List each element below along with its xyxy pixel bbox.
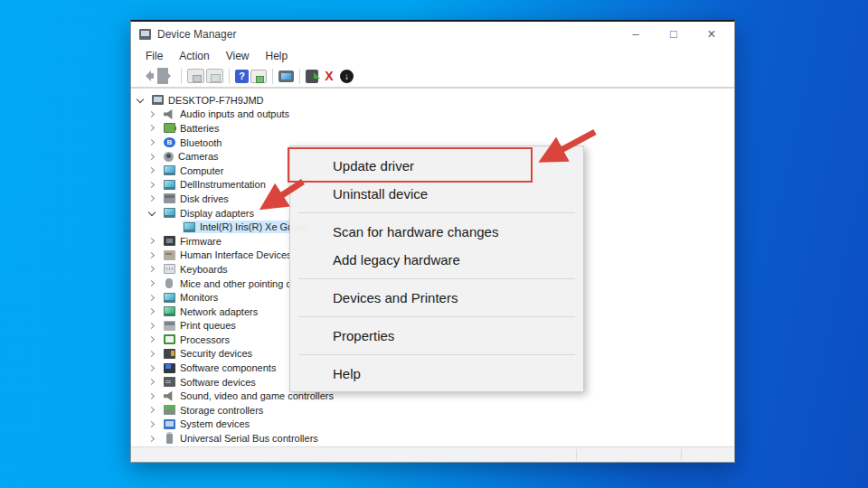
uninstall-icon[interactable] [320, 68, 338, 85]
tree-item-label: Bluetooth [180, 137, 222, 148]
close-button[interactable]: × [693, 22, 731, 46]
context-menu-item-add-legacy-hardware[interactable]: Add legacy hardware [290, 246, 583, 274]
chevron-right-icon[interactable] [147, 153, 156, 161]
tree-item-body: Storage controllers [163, 404, 266, 417]
tree-item-body: DellInstrumentation [163, 178, 269, 191]
chevron-right-icon[interactable] [147, 279, 156, 287]
tree-item-label: Software devices [180, 377, 256, 388]
tree-item-body: Disk drives [163, 192, 231, 205]
status-separator [681, 449, 682, 460]
chevron-right-icon[interactable] [147, 392, 156, 400]
chevron-right-icon[interactable] [147, 420, 156, 428]
chevron-right-icon[interactable] [147, 166, 156, 174]
chevron-down-icon[interactable] [136, 96, 144, 104]
tree-item-body: Audio inputs and outputs [163, 108, 292, 120]
context-menu-item-devices-and-printers[interactable]: Devices and Printers [290, 284, 583, 312]
back-icon[interactable] [137, 68, 156, 85]
network-icon [164, 306, 175, 316]
tree-item-body: Computer [163, 164, 226, 177]
chevron-right-icon[interactable] [147, 322, 156, 330]
tree-item-batteries[interactable]: Batteries [131, 121, 734, 136]
title-bar: Device Manager – □ × [131, 22, 734, 46]
chevron-right-icon[interactable] [147, 406, 156, 414]
tree-item-label: DESKTOP-F7H9JMD [168, 95, 264, 106]
tree-item-label: Display adapters [180, 208, 254, 219]
monitor-icon [164, 180, 175, 190]
bluetooth-icon [164, 137, 175, 147]
tree-item-desktop-f7h9jmd[interactable]: DESKTOP-F7H9JMD [131, 93, 734, 108]
window-controls: – □ × [617, 22, 734, 46]
help-icon[interactable] [235, 70, 249, 83]
chevron-right-icon[interactable] [147, 335, 156, 343]
chevron-right-icon[interactable] [147, 294, 156, 302]
context-menu-separator [298, 316, 575, 317]
tree-item-label: Sound, video and game controllers [180, 390, 334, 401]
softdev-icon [164, 377, 175, 387]
console-tree-icon[interactable] [187, 69, 204, 83]
chevron-right-icon[interactable] [147, 307, 156, 315]
security-icon [164, 349, 175, 359]
chevron-right-icon[interactable] [147, 138, 156, 146]
monitor-icon [184, 222, 195, 232]
menu-bar: FileActionViewHelp [131, 46, 734, 65]
context-menu-separator [298, 278, 575, 279]
firmware-icon [164, 236, 175, 246]
menu-action[interactable]: Action [171, 48, 217, 64]
hid-icon [164, 250, 175, 260]
system-icon [164, 419, 175, 429]
forward-icon[interactable] [157, 68, 175, 85]
mouse-icon [165, 278, 173, 288]
printer-icon [164, 321, 175, 331]
tree-item-body: Human Interface Devices [163, 249, 295, 261]
softcomp-icon [164, 363, 175, 373]
tree-item-body: Mice and other pointing d [163, 277, 295, 290]
action-pane-icon[interactable] [250, 70, 267, 83]
chevron-down-icon[interactable] [147, 209, 156, 217]
tree-item-universal-serial-bus-controllers[interactable]: Universal Serial Bus controllers [131, 431, 734, 446]
properties-pane-icon[interactable] [206, 69, 223, 83]
context-menu-separator [298, 354, 575, 355]
chevron-right-icon[interactable] [147, 194, 156, 202]
disable-icon[interactable] [340, 70, 354, 83]
chevron-right-icon[interactable] [147, 378, 156, 386]
chevron-right-icon[interactable] [147, 364, 156, 372]
tree-item-body: Software devices [163, 376, 259, 389]
tree-item-label: Network adapters [180, 306, 258, 317]
tree-item-label: DellInstrumentation [180, 179, 266, 190]
scan-icon[interactable] [278, 70, 294, 82]
keyboard-icon [164, 264, 175, 274]
update-driver-icon[interactable] [306, 70, 318, 83]
tree-item-body: Universal Serial Bus controllers [163, 432, 321, 445]
context-menu-item-properties[interactable]: Properties [290, 322, 583, 350]
menu-help[interactable]: Help [258, 48, 297, 64]
chevron-right-icon[interactable] [147, 110, 156, 118]
speaker-icon [164, 109, 175, 119]
tree-item-label: Audio inputs and outputs [180, 108, 289, 119]
tree-item-storage-controllers[interactable]: Storage controllers [131, 403, 734, 418]
tree-item-body: Display adapters [163, 207, 257, 220]
maximize-button[interactable]: □ [655, 22, 693, 46]
chevron-right-icon[interactable] [147, 181, 156, 189]
tree-item-body: Software components [163, 361, 278, 374]
chevron-right-icon[interactable] [147, 435, 156, 443]
context-menu-item-help[interactable]: Help [290, 360, 583, 388]
chevron-right-icon[interactable] [147, 237, 156, 245]
tree-item-label: Software components [180, 362, 276, 373]
window-title: Device Manager [157, 28, 236, 41]
menu-file[interactable]: File [137, 48, 171, 64]
chevron-right-icon[interactable] [147, 251, 156, 259]
minimize-button[interactable]: – [617, 22, 655, 46]
chevron-right-icon[interactable] [147, 124, 156, 132]
context-menu-item-uninstall-device[interactable]: Uninstall device [290, 180, 583, 208]
battery-icon [164, 123, 175, 133]
chevron-right-icon[interactable] [147, 265, 156, 273]
chevron-right-icon[interactable] [147, 350, 156, 358]
tree-item-audio-inputs-and-outputs[interactable]: Audio inputs and outputs [131, 108, 734, 122]
tree-item-label: Keyboards [180, 264, 228, 275]
menu-view[interactable]: View [218, 48, 258, 64]
tree-item-system-devices[interactable]: System devices [131, 418, 734, 432]
tree-item-label: Batteries [180, 123, 219, 134]
tree-item-body: Cameras [163, 150, 222, 163]
tree-item-label: Firmware [180, 236, 222, 247]
context-menu-item-scan-for-hardware-changes[interactable]: Scan for hardware changes [290, 218, 583, 246]
